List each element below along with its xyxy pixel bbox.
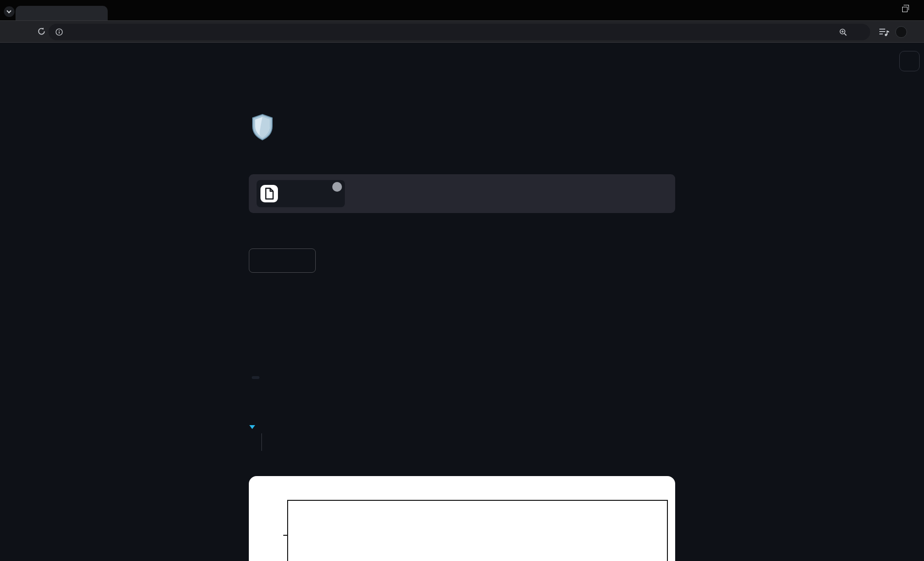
- page-zoom-icon[interactable]: [839, 28, 847, 38]
- chart-ytick-mark: [283, 535, 287, 536]
- reload-icon: [37, 27, 47, 36]
- site-info-icon[interactable]: [55, 28, 63, 38]
- behavior-analysis-chart: [249, 476, 675, 561]
- screen: [0, 0, 924, 561]
- app-menu-button[interactable]: [899, 51, 920, 71]
- url-bar[interactable]: [49, 24, 870, 40]
- streamlit-app: [0, 43, 924, 561]
- browser-toolbar: [0, 20, 924, 43]
- profile-avatar[interactable]: [895, 26, 907, 38]
- reload-button[interactable]: [37, 27, 47, 38]
- browser-tab-strip: [0, 0, 924, 20]
- window-restore-button[interactable]: [902, 7, 908, 12]
- file-icon-box: [260, 185, 278, 202]
- remove-file-button[interactable]: [332, 182, 342, 192]
- uploaded-file-chip: [257, 180, 345, 207]
- risk-score-badge: [252, 376, 259, 379]
- document-icon: [260, 185, 278, 202]
- browser-tab[interactable]: [16, 6, 108, 20]
- media-controls-icon[interactable]: [879, 27, 890, 39]
- chevron-down-icon: [7, 9, 12, 14]
- chart-axes: [287, 500, 668, 561]
- file-uploader-dropzone[interactable]: [249, 174, 675, 213]
- risk-score-row: [249, 373, 259, 381]
- json-indent-guide: [261, 433, 262, 451]
- tab-search-button[interactable]: [4, 6, 15, 17]
- run-analysis-button[interactable]: [249, 248, 316, 273]
- json-collapse-triangle-icon[interactable]: [249, 425, 255, 429]
- shield-icon: [250, 114, 275, 143]
